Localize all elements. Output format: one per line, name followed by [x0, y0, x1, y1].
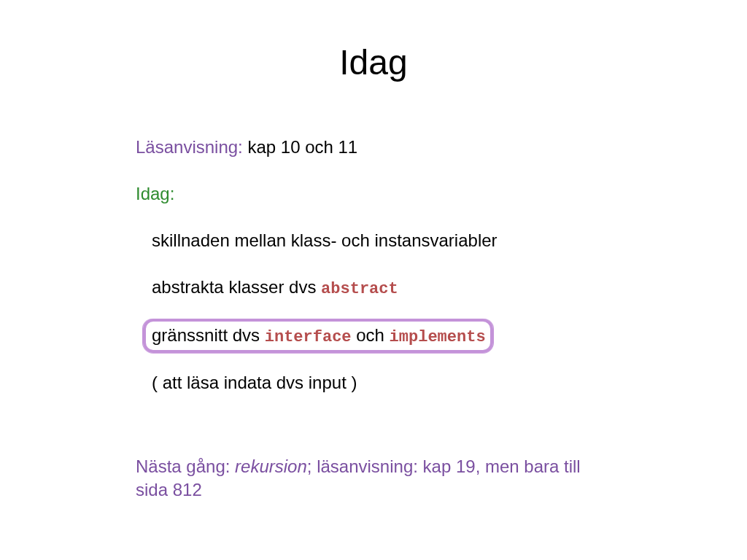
item-3: gränssnitt dvs interface och implements [152, 324, 659, 348]
today-label-text: Idag: [136, 184, 174, 203]
reading-text: kap 10 och 11 [243, 137, 357, 157]
item-2: abstrakta klasser dvs abstract [152, 276, 659, 300]
slide-title: Idag [0, 42, 747, 82]
code-interface: interface [265, 328, 352, 346]
item-3-text2: och [352, 325, 390, 345]
today-label: Idag: [136, 183, 659, 205]
item-4: ( att läsa indata dvs input ) [152, 372, 659, 394]
footer-line: Nästa gång: rekursion; läsanvisning: kap… [136, 455, 610, 502]
highlight-box: gränssnitt dvs interface och implements [152, 324, 486, 348]
code-implements: implements [390, 328, 486, 346]
reading-line: Läsanvisning: kap 10 och 11 [136, 136, 659, 158]
footer-prefix: Nästa gång: [136, 456, 235, 476]
slide: Idag Läsanvisning: kap 10 och 11 Idag: s… [0, 42, 747, 560]
reading-label: Läsanvisning: [136, 137, 243, 157]
item-1: skillnaden mellan klass- och instansvari… [152, 230, 659, 252]
item-2-text: abstrakta klasser dvs [152, 277, 321, 297]
item-3-text1: gränssnitt dvs [152, 325, 265, 345]
code-abstract: abstract [321, 280, 398, 298]
footer-italic: rekursion [235, 456, 307, 476]
slide-content: Läsanvisning: kap 10 och 11 Idag: skilln… [136, 136, 659, 502]
